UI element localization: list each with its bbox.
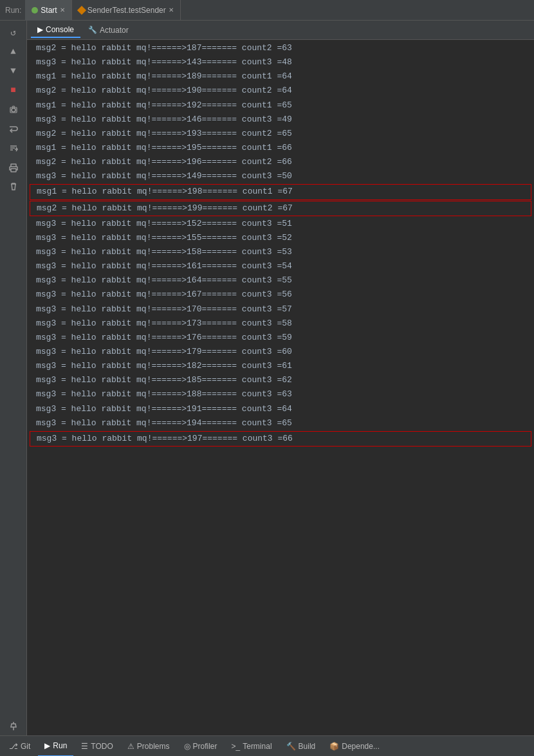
console-tabs: ▶ Console 🔧 Actuator [27,21,534,40]
bottom-tab-build[interactable]: 🔨Build [280,736,322,757]
log-line-25: msg3 = hello rabbit mq!======>188=======… [27,387,534,401]
log-line-10: msg3 = hello rabbit mq!======>149=======… [27,169,534,183]
actuator-tab-label: Actuator [100,26,129,35]
log-line-3: msg1 = hello rabbit mq!======>189=======… [27,69,534,84]
terminal-bottom-icon: >_ [232,742,241,751]
tab-sendertest-label: SenderTest.testSender [87,6,166,15]
sidebar-print-btn[interactable] [3,158,24,176]
sidebar-camera-btn[interactable] [3,100,24,118]
sidebar-stop-btn[interactable]: ■ [3,81,24,99]
bottom-tab-profiler[interactable]: ◎Profiler [178,736,224,757]
tab-sendertest[interactable]: SenderTest.testSender ✕ [72,0,181,21]
todo-bottom-label: TODO [91,742,113,751]
problems-bottom-icon: ⚠ [127,742,134,751]
log-line-23: msg3 = hello rabbit mq!======>182=======… [27,359,534,373]
tab-start[interactable]: Start ✕ [25,0,71,21]
top-tab-bar: Run: Start ✕ SenderTest.testSender ✕ [0,0,534,21]
run-label: Run: [5,6,21,15]
main-area: ↺ ▲ ▼ ■ ▶ Console 🔧 [0,21,534,735]
console-tab-icon: ▶ [37,25,43,34]
sidebar-pin-btn[interactable] [3,717,24,735]
log-line-13: msg3 = hello rabbit mq!======>152=======… [27,217,534,231]
log-line-15: msg3 = hello rabbit mq!======>158=======… [27,245,534,259]
git-bottom-label: Git [21,742,30,751]
log-line-6: msg3 = hello rabbit mq!======>146=======… [27,113,534,127]
log-line-24: msg3 = hello rabbit mq!======>185=======… [27,373,534,387]
sidebar-sort-btn[interactable] [3,139,24,157]
log-line-9: msg2 = hello rabbit mq!======>196=======… [27,155,534,169]
log-line-11: msg1 = hello rabbit mq!======>198=======… [30,184,531,199]
log-line-18: msg3 = hello rabbit mq!======>167=======… [27,288,534,302]
bottom-bar: ⎇Git▶Run☰TODO⚠Problems◎Profiler>_Termina… [0,735,534,756]
problems-bottom-label: Problems [137,742,170,751]
tab-sendertest-close[interactable]: ✕ [169,6,174,14]
git-bottom-icon: ⎇ [9,742,18,751]
log-line-7: msg2 = hello rabbit mq!======>193=======… [27,127,534,141]
log-line-28: msg3 = hello rabbit mq!======>197=======… [30,431,531,447]
sidebar-wrap-btn[interactable] [3,120,24,138]
tab-start-close[interactable]: ✕ [60,6,65,14]
log-line-21: msg3 = hello rabbit mq!======>176=======… [27,331,534,345]
log-line-14: msg3 = hello rabbit mq!======>155=======… [27,231,534,245]
bottom-tab-todo[interactable]: ☰TODO [75,736,119,757]
build-bottom-icon: 🔨 [286,742,296,751]
profiler-bottom-icon: ◎ [184,742,190,751]
log-line-1: msg2 = hello rabbit mq!======>187=======… [27,41,534,55]
todo-bottom-icon: ☰ [81,742,88,751]
log-line-5: msg1 = hello rabbit mq!======>192=======… [27,98,534,113]
tab-start-label: Start [41,6,57,15]
console-tab-label: Console [46,25,74,34]
run-bottom-icon: ▶ [44,741,50,750]
log-line-8: msg1 = hello rabbit mq!======>195=======… [27,141,534,155]
profiler-bottom-label: Profiler [193,742,217,751]
depende-bottom-label: Depende... [342,742,380,751]
log-line-19: msg3 = hello rabbit mq!======>170=======… [27,302,534,317]
svg-rect-7 [11,164,16,167]
tab-console[interactable]: ▶ Console [31,23,80,38]
log-line-27: msg3 = hello rabbit mq!======>194=======… [27,416,534,430]
run-bottom-label: Run [53,741,67,750]
log-line-12: msg2 = hello rabbit mq!======>199=======… [30,201,531,216]
build-bottom-label: Build [299,742,316,751]
sidebar-clear-btn[interactable] [3,178,24,196]
log-line-17: msg3 = hello rabbit mq!======>164=======… [27,273,534,288]
console-content: ▶ Console 🔧 Actuator msg2 = hello rabbit… [27,21,534,735]
terminal-bottom-label: Terminal [243,742,272,751]
bottom-tab-problems[interactable]: ⚠Problems [121,736,176,757]
left-sidebar: ↺ ▲ ▼ ■ [0,21,27,735]
actuator-tab-icon: 🔧 [88,26,97,34]
sidebar-down-btn[interactable]: ▼ [3,62,24,80]
sendertest-icon [77,5,86,14]
log-line-22: msg3 = hello rabbit mq!======>179=======… [27,345,534,359]
sidebar-refresh-btn[interactable]: ↺ [3,23,24,41]
svg-rect-6 [11,169,16,172]
bottom-tab-terminal[interactable]: >_Terminal [225,736,279,757]
sidebar-up-btn[interactable]: ▲ [3,42,24,60]
bottom-tab-git[interactable]: ⎇Git [3,736,37,757]
log-line-4: msg2 = hello rabbit mq!======>190=======… [27,84,534,98]
log-line-26: msg3 = hello rabbit mq!======>191=======… [27,402,534,416]
start-icon [32,7,38,14]
svg-point-0 [12,108,15,112]
log-line-20: msg3 = hello rabbit mq!======>173=======… [27,317,534,331]
tab-actuator[interactable]: 🔧 Actuator [82,23,135,37]
log-line-2: msg3 = hello rabbit mq!======>143=======… [27,55,534,69]
bottom-tab-depende[interactable]: 📦Depende... [323,736,386,757]
log-line-16: msg3 = hello rabbit mq!======>161=======… [27,259,534,273]
bottom-tab-run[interactable]: ▶Run [38,736,73,757]
depende-bottom-icon: 📦 [329,742,339,751]
log-output[interactable]: msg2 = hello rabbit mq!======>187=======… [27,40,534,735]
